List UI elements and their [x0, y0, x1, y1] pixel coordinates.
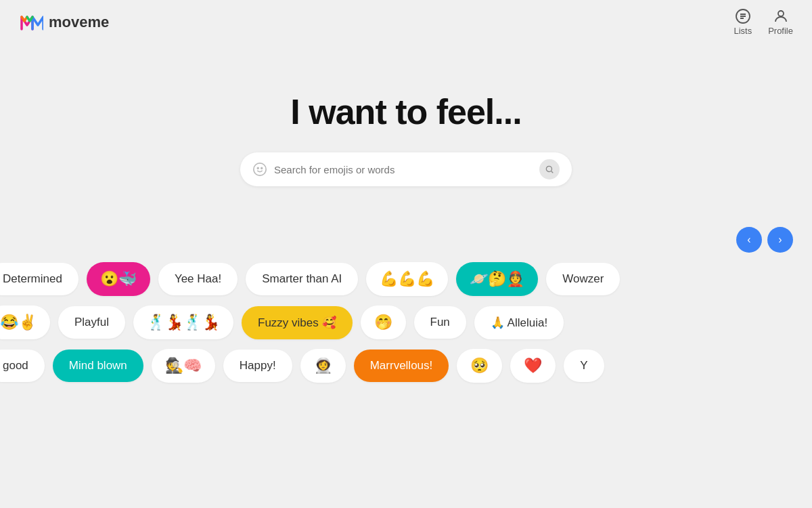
list-icon — [735, 8, 751, 24]
lists-nav[interactable]: Lists — [734, 8, 752, 36]
profile-nav[interactable]: Profile — [768, 8, 793, 36]
mood-pill-astronaut[interactable]: 👩‍🚀 — [300, 349, 346, 383]
search-button[interactable] — [539, 159, 560, 179]
magnify-icon — [545, 165, 554, 174]
header: moveme Lists Profile — [0, 0, 812, 44]
mood-pill-laugh-peace[interactable]: 😂✌️ — [0, 305, 50, 339]
mood-pill-mind-blown[interactable]: Mind blown — [53, 350, 143, 382]
svg-point-5 — [546, 166, 551, 171]
mood-pill-detective-brain[interactable]: 🕵️🧠 — [152, 349, 215, 383]
svg-point-1 — [778, 11, 784, 16]
mood-pill-marrvellous[interactable]: Marrvellous! — [354, 350, 449, 382]
svg-point-2 — [254, 163, 266, 175]
mood-pill-fun[interactable]: Fun — [414, 306, 466, 339]
mood-row-3: good Mind blown 🕵️🧠 Happy! 👩‍🚀 Marrvello… — [0, 349, 812, 383]
mood-pill-wow-whale[interactable]: 😮🐳 — [87, 262, 150, 296]
lists-label: Lists — [734, 26, 752, 36]
svg-point-3 — [257, 167, 258, 169]
hero-title: I want to feel... — [290, 91, 521, 132]
header-actions: Lists Profile — [734, 8, 793, 36]
mood-pill-muscle[interactable]: 💪💪💪 — [366, 262, 448, 296]
mood-pill-good[interactable]: good — [0, 350, 45, 382]
search-bar — [240, 152, 572, 186]
mood-pill-dance[interactable]: 🕺💃🕺💃 — [133, 305, 233, 339]
hero-section: I want to feel... — [0, 44, 812, 186]
mood-pill-heart[interactable]: ❤️ — [510, 349, 556, 383]
nav-arrows: ‹ › — [0, 227, 812, 253]
logo-icon — [19, 10, 43, 35]
mood-pill-yee-haa[interactable]: Yee Haa! — [158, 263, 238, 295]
mood-pill-determined[interactable]: Determined — [0, 263, 78, 295]
profile-label: Profile — [768, 26, 793, 36]
mood-pill-smarter-than-ai[interactable]: Smarter than AI — [246, 263, 358, 295]
mood-pill-planet-think[interactable]: 🪐🤔👲 — [456, 262, 538, 296]
emoji-search-icon — [252, 162, 267, 177]
mood-pill-shush[interactable]: 🤭 — [361, 305, 406, 339]
mood-pill-wowzer[interactable]: Wowzer — [546, 263, 620, 295]
mood-pill-happy[interactable]: Happy! — [223, 350, 292, 382]
next-arrow[interactable]: › — [767, 227, 793, 253]
svg-point-4 — [261, 167, 263, 169]
logo[interactable]: moveme — [19, 10, 109, 35]
search-input[interactable] — [274, 164, 533, 175]
mood-pill-y[interactable]: Y — [564, 350, 604, 382]
profile-icon — [773, 8, 789, 24]
prev-arrow[interactable]: ‹ — [736, 227, 762, 253]
mood-pill-playful[interactable]: Playful — [58, 306, 125, 339]
mood-row-2: 😂✌️ Playful 🕺💃🕺💃 Fuzzy vibes 🥰 🤭 Fun 🙏 A… — [0, 305, 812, 339]
mood-pill-fuzzy-vibes[interactable]: Fuzzy vibes 🥰 — [242, 306, 352, 339]
logo-text: moveme — [49, 14, 109, 31]
mood-rows: Determined 😮🐳 Yee Haa! Smarter than AI 💪… — [0, 262, 812, 383]
mood-row-1: Determined 😮🐳 Yee Haa! Smarter than AI 💪… — [0, 262, 812, 296]
mood-pill-alleluia[interactable]: 🙏 Alleluia! — [474, 306, 564, 339]
mood-pill-sad-eyes[interactable]: 🥺 — [457, 349, 502, 383]
